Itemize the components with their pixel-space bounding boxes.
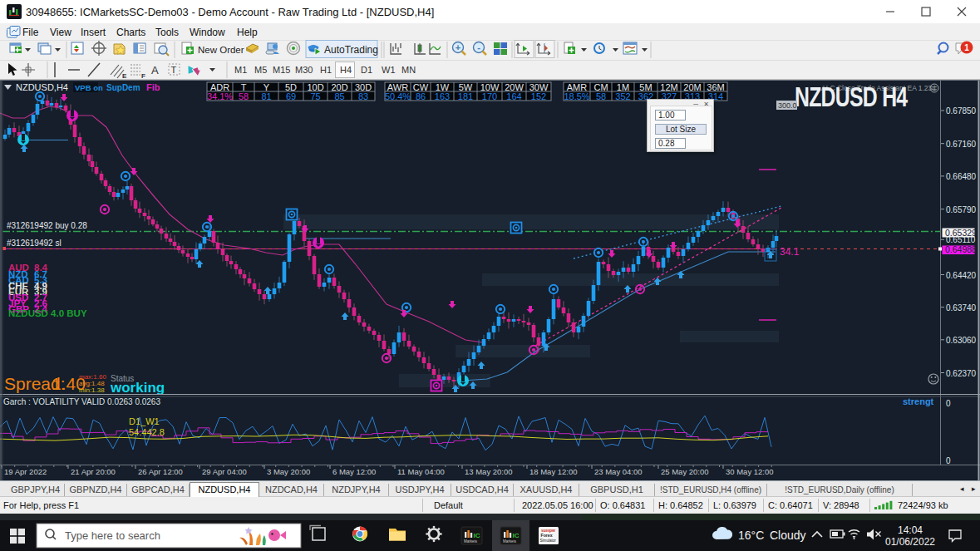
- svg-text:NZDUSD,H4: NZDUSD,H4: [16, 82, 68, 92]
- svg-text:SupDem: SupDem: [106, 83, 140, 92]
- svg-text:34.1: 34.1: [780, 246, 800, 258]
- svg-text:58: 58: [239, 91, 249, 101]
- svg-text:13 May 20:00: 13 May 20:00: [465, 467, 513, 476]
- svg-text:W1: W1: [382, 65, 396, 75]
- svg-text:VPB on: VPB on: [75, 83, 103, 92]
- svg-text:58: 58: [596, 91, 606, 101]
- svg-text:164: 164: [506, 91, 521, 101]
- svg-text:Markets: Markets: [464, 539, 478, 544]
- svg-text:75: 75: [310, 91, 320, 101]
- svg-text:-: -: [477, 42, 480, 52]
- svg-text:0: 0: [946, 399, 951, 408]
- svg-text:11 May 04:00: 11 May 04:00: [397, 467, 445, 476]
- svg-text:152: 152: [531, 91, 546, 101]
- svg-text:16°C: 16°C: [738, 529, 764, 542]
- svg-text:AutoTrading: AutoTrading: [324, 44, 378, 56]
- svg-text:Forex: Forex: [541, 533, 553, 538]
- svg-text:19 Apr 2022: 19 Apr 2022: [4, 467, 47, 476]
- svg-text:#312619492 sl: #312619492 sl: [7, 239, 62, 248]
- svg-text:Fib: Fib: [146, 82, 160, 92]
- svg-text:H1: H1: [320, 65, 332, 75]
- svg-text:163: 163: [435, 91, 450, 101]
- svg-text:86: 86: [416, 91, 426, 101]
- svg-text:25 May 20:00: 25 May 20:00: [661, 467, 709, 476]
- svg-text:H4: H4: [340, 65, 352, 75]
- svg-text:170: 170: [482, 91, 497, 101]
- svg-text:3 May 20:00: 3 May 20:00: [267, 467, 310, 476]
- svg-text:6 May 12:00: 6 May 12:00: [332, 467, 376, 476]
- svg-text:81: 81: [261, 91, 271, 101]
- svg-text:01/06/2022: 01/06/2022: [885, 536, 935, 548]
- svg-text:min:1.38: min:1.38: [79, 386, 105, 394]
- svg-text:54.442.8: 54.442.8: [129, 427, 165, 437]
- svg-text:21 Apr 20:00: 21 Apr 20:00: [71, 467, 116, 476]
- svg-text:Simulator: Simulator: [540, 539, 557, 543]
- svg-text:29 Apr 04:00: 29 Apr 04:00: [202, 467, 247, 476]
- svg-text:#312619492 buy 0.28: #312619492 buy 0.28: [7, 221, 87, 230]
- svg-text:strengt: strengt: [903, 396, 934, 406]
- svg-text:F: F: [141, 72, 145, 80]
- svg-text:+: +: [456, 42, 460, 52]
- svg-text:69: 69: [286, 91, 296, 101]
- svg-text:0.65329: 0.65329: [945, 228, 977, 238]
- svg-text:30 May 12:00: 30 May 12:00: [726, 467, 774, 476]
- svg-text:NZDUSD 4.0 BUY: NZDUSD 4.0 BUY: [8, 308, 87, 318]
- svg-text:0.62370: 0.62370: [946, 369, 977, 378]
- svg-text:23 May 04:00: 23 May 04:00: [594, 467, 643, 476]
- svg-text:181: 181: [458, 91, 473, 101]
- svg-text:18.5%: 18.5%: [564, 91, 589, 101]
- svg-text:D1_W1: D1_W1: [129, 416, 160, 426]
- svg-text:Type here to search: Type here to search: [65, 529, 160, 542]
- svg-text:0.67160: 0.67160: [946, 140, 977, 149]
- svg-text:0.63060: 0.63060: [946, 336, 977, 345]
- svg-text:E: E: [122, 72, 127, 80]
- svg-text:0.67850: 0.67850: [946, 106, 977, 116]
- svg-text:300.0: 300.0: [778, 101, 797, 110]
- svg-text:0.64420: 0.64420: [946, 271, 977, 280]
- svg-text:0.64988: 0.64988: [945, 244, 977, 254]
- svg-text:New Order: New Order: [198, 45, 244, 55]
- svg-text:352: 352: [615, 91, 630, 101]
- svg-text:D1: D1: [361, 65, 372, 75]
- svg-text:0.65790: 0.65790: [946, 205, 977, 214]
- svg-text:85: 85: [334, 91, 344, 101]
- svg-text:83: 83: [358, 91, 368, 101]
- svg-text:T: T: [171, 65, 177, 75]
- svg-text:18 May 12:00: 18 May 12:00: [529, 467, 578, 476]
- svg-text:Markets: Markets: [503, 539, 517, 544]
- svg-text:A: A: [151, 64, 159, 76]
- svg-text:M1: M1: [234, 65, 247, 75]
- svg-text:50.4%: 50.4%: [385, 91, 411, 101]
- svg-text:0: 0: [946, 456, 951, 465]
- svg-text:M5: M5: [254, 65, 267, 75]
- svg-text:NZDUSD H4: NZDUSD H4: [795, 81, 908, 112]
- svg-text:M30: M30: [295, 65, 313, 75]
- svg-text:Garch : VOLATILITY VALID 0.026: Garch : VOLATILITY VALID 0.0263 0.0263: [3, 397, 160, 406]
- svg-text:working: working: [110, 380, 165, 396]
- svg-text:26 Apr 12:00: 26 Apr 12:00: [138, 467, 183, 476]
- svg-text:MN: MN: [401, 65, 416, 75]
- svg-text:Cloudy: Cloudy: [770, 529, 806, 542]
- svg-text:14:04: 14:04: [898, 524, 923, 536]
- svg-text:0.66480: 0.66480: [946, 172, 977, 181]
- svg-text:M15: M15: [273, 65, 290, 75]
- svg-text:0.63740: 0.63740: [946, 303, 977, 312]
- svg-text:34.1%: 34.1%: [207, 91, 233, 101]
- svg-text:1: 1: [964, 43, 969, 52]
